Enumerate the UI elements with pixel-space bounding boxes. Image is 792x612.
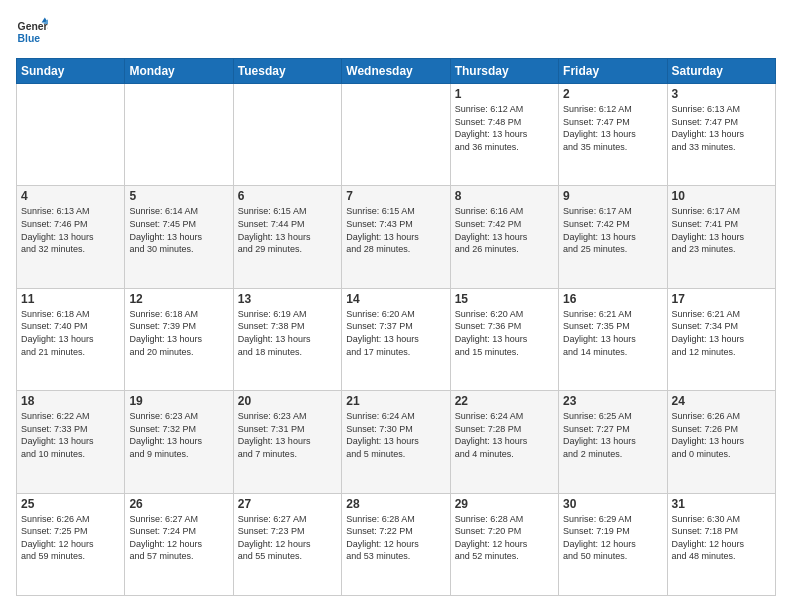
calendar-cell: 18Sunrise: 6:22 AMSunset: 7:33 PMDayligh…: [17, 391, 125, 493]
day-number: 14: [346, 292, 445, 306]
day-number: 2: [563, 87, 662, 101]
svg-text:General: General: [18, 21, 48, 32]
day-number: 6: [238, 189, 337, 203]
day-info: Sunrise: 6:28 AMSunset: 7:22 PMDaylight:…: [346, 513, 445, 563]
day-info: Sunrise: 6:24 AMSunset: 7:30 PMDaylight:…: [346, 410, 445, 460]
calendar-cell: [17, 84, 125, 186]
calendar-cell: 1Sunrise: 6:12 AMSunset: 7:48 PMDaylight…: [450, 84, 558, 186]
day-number: 3: [672, 87, 771, 101]
calendar-cell: [125, 84, 233, 186]
day-number: 19: [129, 394, 228, 408]
day-number: 7: [346, 189, 445, 203]
day-header-tuesday: Tuesday: [233, 59, 341, 84]
day-info: Sunrise: 6:27 AMSunset: 7:24 PMDaylight:…: [129, 513, 228, 563]
day-number: 24: [672, 394, 771, 408]
calendar-cell: 24Sunrise: 6:26 AMSunset: 7:26 PMDayligh…: [667, 391, 775, 493]
day-number: 26: [129, 497, 228, 511]
day-info: Sunrise: 6:13 AMSunset: 7:46 PMDaylight:…: [21, 205, 120, 255]
day-header-sunday: Sunday: [17, 59, 125, 84]
day-info: Sunrise: 6:21 AMSunset: 7:35 PMDaylight:…: [563, 308, 662, 358]
day-info: Sunrise: 6:29 AMSunset: 7:19 PMDaylight:…: [563, 513, 662, 563]
day-number: 22: [455, 394, 554, 408]
day-header-friday: Friday: [559, 59, 667, 84]
calendar-cell: 31Sunrise: 6:30 AMSunset: 7:18 PMDayligh…: [667, 493, 775, 595]
day-number: 16: [563, 292, 662, 306]
calendar-cell: 25Sunrise: 6:26 AMSunset: 7:25 PMDayligh…: [17, 493, 125, 595]
header: General Blue: [16, 16, 776, 48]
day-number: 31: [672, 497, 771, 511]
day-info: Sunrise: 6:16 AMSunset: 7:42 PMDaylight:…: [455, 205, 554, 255]
calendar-cell: [342, 84, 450, 186]
calendar-cell: 29Sunrise: 6:28 AMSunset: 7:20 PMDayligh…: [450, 493, 558, 595]
day-info: Sunrise: 6:12 AMSunset: 7:47 PMDaylight:…: [563, 103, 662, 153]
logo-icon: General Blue: [16, 16, 48, 48]
calendar-cell: 26Sunrise: 6:27 AMSunset: 7:24 PMDayligh…: [125, 493, 233, 595]
day-info: Sunrise: 6:15 AMSunset: 7:44 PMDaylight:…: [238, 205, 337, 255]
calendar-cell: 22Sunrise: 6:24 AMSunset: 7:28 PMDayligh…: [450, 391, 558, 493]
day-header-monday: Monday: [125, 59, 233, 84]
day-number: 20: [238, 394, 337, 408]
day-info: Sunrise: 6:18 AMSunset: 7:39 PMDaylight:…: [129, 308, 228, 358]
calendar-cell: 11Sunrise: 6:18 AMSunset: 7:40 PMDayligh…: [17, 288, 125, 390]
day-info: Sunrise: 6:17 AMSunset: 7:41 PMDaylight:…: [672, 205, 771, 255]
day-number: 30: [563, 497, 662, 511]
day-info: Sunrise: 6:14 AMSunset: 7:45 PMDaylight:…: [129, 205, 228, 255]
day-info: Sunrise: 6:28 AMSunset: 7:20 PMDaylight:…: [455, 513, 554, 563]
day-number: 29: [455, 497, 554, 511]
calendar-cell: 20Sunrise: 6:23 AMSunset: 7:31 PMDayligh…: [233, 391, 341, 493]
day-info: Sunrise: 6:20 AMSunset: 7:37 PMDaylight:…: [346, 308, 445, 358]
day-info: Sunrise: 6:24 AMSunset: 7:28 PMDaylight:…: [455, 410, 554, 460]
day-number: 23: [563, 394, 662, 408]
calendar-cell: 10Sunrise: 6:17 AMSunset: 7:41 PMDayligh…: [667, 186, 775, 288]
day-info: Sunrise: 6:19 AMSunset: 7:38 PMDaylight:…: [238, 308, 337, 358]
calendar-cell: 12Sunrise: 6:18 AMSunset: 7:39 PMDayligh…: [125, 288, 233, 390]
calendar-cell: 16Sunrise: 6:21 AMSunset: 7:35 PMDayligh…: [559, 288, 667, 390]
day-info: Sunrise: 6:26 AMSunset: 7:26 PMDaylight:…: [672, 410, 771, 460]
day-info: Sunrise: 6:23 AMSunset: 7:32 PMDaylight:…: [129, 410, 228, 460]
day-info: Sunrise: 6:21 AMSunset: 7:34 PMDaylight:…: [672, 308, 771, 358]
svg-text:Blue: Blue: [18, 33, 41, 44]
calendar-cell: 28Sunrise: 6:28 AMSunset: 7:22 PMDayligh…: [342, 493, 450, 595]
day-info: Sunrise: 6:18 AMSunset: 7:40 PMDaylight:…: [21, 308, 120, 358]
day-number: 1: [455, 87, 554, 101]
calendar-cell: 21Sunrise: 6:24 AMSunset: 7:30 PMDayligh…: [342, 391, 450, 493]
calendar-cell: 2Sunrise: 6:12 AMSunset: 7:47 PMDaylight…: [559, 84, 667, 186]
calendar-cell: 19Sunrise: 6:23 AMSunset: 7:32 PMDayligh…: [125, 391, 233, 493]
calendar-cell: 17Sunrise: 6:21 AMSunset: 7:34 PMDayligh…: [667, 288, 775, 390]
day-number: 10: [672, 189, 771, 203]
calendar-cell: 7Sunrise: 6:15 AMSunset: 7:43 PMDaylight…: [342, 186, 450, 288]
logo: General Blue: [16, 16, 48, 48]
day-info: Sunrise: 6:26 AMSunset: 7:25 PMDaylight:…: [21, 513, 120, 563]
calendar-cell: 3Sunrise: 6:13 AMSunset: 7:47 PMDaylight…: [667, 84, 775, 186]
calendar-cell: 15Sunrise: 6:20 AMSunset: 7:36 PMDayligh…: [450, 288, 558, 390]
day-header-thursday: Thursday: [450, 59, 558, 84]
calendar-cell: [233, 84, 341, 186]
calendar-cell: 23Sunrise: 6:25 AMSunset: 7:27 PMDayligh…: [559, 391, 667, 493]
day-info: Sunrise: 6:23 AMSunset: 7:31 PMDaylight:…: [238, 410, 337, 460]
day-number: 28: [346, 497, 445, 511]
day-number: 5: [129, 189, 228, 203]
calendar-cell: 9Sunrise: 6:17 AMSunset: 7:42 PMDaylight…: [559, 186, 667, 288]
day-number: 27: [238, 497, 337, 511]
day-info: Sunrise: 6:12 AMSunset: 7:48 PMDaylight:…: [455, 103, 554, 153]
day-info: Sunrise: 6:22 AMSunset: 7:33 PMDaylight:…: [21, 410, 120, 460]
calendar: SundayMondayTuesdayWednesdayThursdayFrid…: [16, 58, 776, 596]
day-info: Sunrise: 6:15 AMSunset: 7:43 PMDaylight:…: [346, 205, 445, 255]
day-number: 9: [563, 189, 662, 203]
day-number: 21: [346, 394, 445, 408]
day-number: 18: [21, 394, 120, 408]
calendar-cell: 5Sunrise: 6:14 AMSunset: 7:45 PMDaylight…: [125, 186, 233, 288]
calendar-cell: 13Sunrise: 6:19 AMSunset: 7:38 PMDayligh…: [233, 288, 341, 390]
day-info: Sunrise: 6:13 AMSunset: 7:47 PMDaylight:…: [672, 103, 771, 153]
day-number: 4: [21, 189, 120, 203]
day-number: 25: [21, 497, 120, 511]
day-number: 8: [455, 189, 554, 203]
day-number: 11: [21, 292, 120, 306]
day-header-saturday: Saturday: [667, 59, 775, 84]
calendar-cell: 27Sunrise: 6:27 AMSunset: 7:23 PMDayligh…: [233, 493, 341, 595]
calendar-cell: 30Sunrise: 6:29 AMSunset: 7:19 PMDayligh…: [559, 493, 667, 595]
day-info: Sunrise: 6:25 AMSunset: 7:27 PMDaylight:…: [563, 410, 662, 460]
day-number: 12: [129, 292, 228, 306]
day-info: Sunrise: 6:30 AMSunset: 7:18 PMDaylight:…: [672, 513, 771, 563]
day-number: 17: [672, 292, 771, 306]
